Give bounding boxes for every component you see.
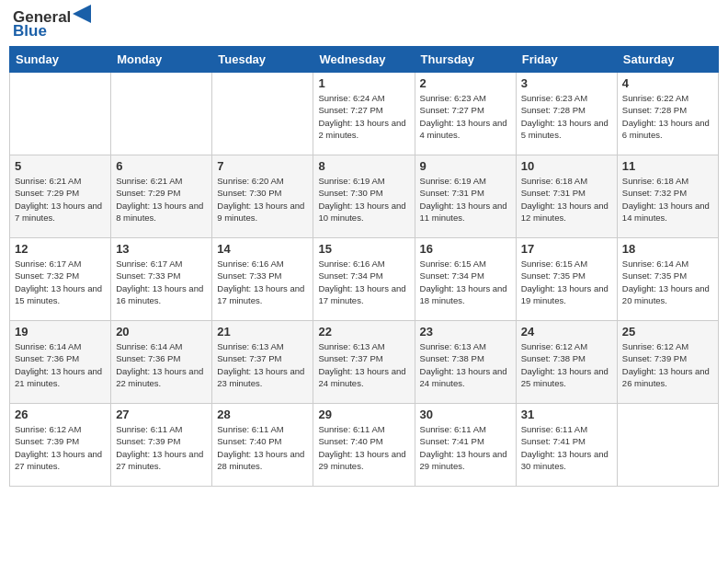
day-cell: 31Sunrise: 6:11 AMSunset: 7:41 PMDayligh… [516, 404, 617, 487]
day-cell: 8Sunrise: 6:19 AMSunset: 7:30 PMDaylight… [313, 155, 415, 238]
day-number: 23 [420, 325, 511, 339]
day-info: Sunrise: 6:12 AMSunset: 7:39 PMDaylight:… [622, 340, 713, 389]
day-number: 16 [420, 242, 511, 256]
day-number: 31 [521, 408, 612, 421]
day-info: Sunrise: 6:15 AMSunset: 7:35 PMDaylight:… [521, 258, 612, 306]
day-cell: 10Sunrise: 6:18 AMSunset: 7:31 PMDayligh… [516, 155, 617, 238]
day-info: Sunrise: 6:13 AMSunset: 7:37 PMDaylight:… [318, 340, 409, 389]
day-info: Sunrise: 6:14 AMSunset: 7:36 PMDaylight:… [116, 340, 207, 389]
day-info: Sunrise: 6:11 AMSunset: 7:41 PMDaylight:… [420, 423, 511, 472]
calendar-table: SundayMondayTuesdayWednesdayThursdayFrid… [9, 46, 719, 487]
day-cell: 18Sunrise: 6:14 AMSunset: 7:35 PMDayligh… [617, 238, 718, 321]
day-header-tuesday: Tuesday [212, 47, 313, 73]
day-cell: 21Sunrise: 6:13 AMSunset: 7:37 PMDayligh… [212, 321, 313, 404]
day-number: 28 [217, 408, 308, 421]
day-number: 4 [622, 76, 713, 90]
day-cell: 13Sunrise: 6:17 AMSunset: 7:33 PMDayligh… [111, 238, 212, 321]
day-cell: 12Sunrise: 6:17 AMSunset: 7:32 PMDayligh… [10, 238, 111, 321]
day-info: Sunrise: 6:19 AMSunset: 7:31 PMDaylight:… [420, 175, 511, 224]
day-cell: 20Sunrise: 6:14 AMSunset: 7:36 PMDayligh… [111, 321, 212, 404]
day-header-monday: Monday [111, 47, 212, 73]
day-cell: 23Sunrise: 6:13 AMSunset: 7:38 PMDayligh… [415, 321, 516, 404]
svg-marker-0 [73, 5, 91, 23]
day-info: Sunrise: 6:14 AMSunset: 7:35 PMDaylight:… [622, 258, 713, 306]
day-cell: 14Sunrise: 6:16 AMSunset: 7:33 PMDayligh… [212, 238, 313, 321]
day-number: 18 [622, 242, 713, 256]
day-number: 6 [116, 159, 207, 173]
day-info: Sunrise: 6:17 AMSunset: 7:32 PMDaylight:… [15, 258, 106, 306]
day-number: 10 [521, 159, 612, 173]
day-cell: 9Sunrise: 6:19 AMSunset: 7:31 PMDaylight… [415, 155, 516, 238]
day-header-wednesday: Wednesday [313, 47, 415, 73]
day-cell [617, 404, 718, 487]
day-info: Sunrise: 6:11 AMSunset: 7:39 PMDaylight:… [116, 423, 207, 472]
week-row-4: 19Sunrise: 6:14 AMSunset: 7:36 PMDayligh… [10, 321, 719, 404]
day-number: 13 [116, 242, 207, 256]
day-info: Sunrise: 6:23 AMSunset: 7:28 PMDaylight:… [521, 92, 612, 141]
day-headers-row: SundayMondayTuesdayWednesdayThursdayFrid… [10, 47, 719, 73]
day-cell [10, 73, 111, 155]
day-cell: 22Sunrise: 6:13 AMSunset: 7:37 PMDayligh… [313, 321, 415, 404]
day-info: Sunrise: 6:16 AMSunset: 7:34 PMDaylight:… [318, 258, 409, 306]
week-row-5: 26Sunrise: 6:12 AMSunset: 7:39 PMDayligh… [10, 404, 719, 487]
day-info: Sunrise: 6:22 AMSunset: 7:28 PMDaylight:… [622, 92, 713, 141]
week-row-3: 12Sunrise: 6:17 AMSunset: 7:32 PMDayligh… [10, 238, 719, 321]
day-cell: 17Sunrise: 6:15 AMSunset: 7:35 PMDayligh… [516, 238, 617, 321]
day-cell: 11Sunrise: 6:18 AMSunset: 7:32 PMDayligh… [617, 155, 718, 238]
day-cell: 26Sunrise: 6:12 AMSunset: 7:39 PMDayligh… [10, 404, 111, 487]
logo-graphic: General Blue [13, 9, 91, 39]
day-info: Sunrise: 6:21 AMSunset: 7:29 PMDaylight:… [15, 175, 106, 224]
week-row-2: 5Sunrise: 6:21 AMSunset: 7:29 PMDaylight… [10, 155, 719, 238]
day-cell: 28Sunrise: 6:11 AMSunset: 7:40 PMDayligh… [212, 404, 313, 487]
day-info: Sunrise: 6:18 AMSunset: 7:32 PMDaylight:… [622, 175, 713, 224]
week-row-1: 1Sunrise: 6:24 AMSunset: 7:27 PMDaylight… [10, 73, 719, 155]
day-number: 3 [521, 76, 612, 90]
day-info: Sunrise: 6:16 AMSunset: 7:33 PMDaylight:… [217, 258, 308, 306]
day-info: Sunrise: 6:17 AMSunset: 7:33 PMDaylight:… [116, 258, 207, 306]
day-number: 1 [318, 76, 409, 90]
day-number: 22 [318, 325, 409, 339]
day-number: 30 [420, 408, 511, 421]
day-number: 29 [318, 408, 409, 421]
day-info: Sunrise: 6:12 AMSunset: 7:39 PMDaylight:… [15, 423, 106, 472]
logo: General Blue [13, 9, 91, 39]
day-cell: 19Sunrise: 6:14 AMSunset: 7:36 PMDayligh… [10, 321, 111, 404]
day-cell: 2Sunrise: 6:23 AMSunset: 7:27 PMDaylight… [415, 73, 516, 155]
day-number: 19 [15, 325, 106, 339]
day-cell: 29Sunrise: 6:11 AMSunset: 7:40 PMDayligh… [313, 404, 415, 487]
day-header-friday: Friday [516, 47, 617, 73]
day-cell: 3Sunrise: 6:23 AMSunset: 7:28 PMDaylight… [516, 73, 617, 155]
day-number: 12 [15, 242, 106, 256]
day-cell: 15Sunrise: 6:16 AMSunset: 7:34 PMDayligh… [313, 238, 415, 321]
day-number: 27 [116, 408, 207, 421]
day-info: Sunrise: 6:23 AMSunset: 7:27 PMDaylight:… [420, 92, 511, 141]
day-info: Sunrise: 6:19 AMSunset: 7:30 PMDaylight:… [318, 175, 409, 224]
day-info: Sunrise: 6:12 AMSunset: 7:38 PMDaylight:… [521, 340, 612, 389]
day-header-sunday: Sunday [10, 47, 111, 73]
day-info: Sunrise: 6:13 AMSunset: 7:38 PMDaylight:… [420, 340, 511, 389]
day-cell [111, 73, 212, 155]
day-cell: 6Sunrise: 6:21 AMSunset: 7:29 PMDaylight… [111, 155, 212, 238]
day-cell: 5Sunrise: 6:21 AMSunset: 7:29 PMDaylight… [10, 155, 111, 238]
day-number: 26 [15, 408, 106, 421]
day-info: Sunrise: 6:14 AMSunset: 7:36 PMDaylight:… [15, 340, 106, 389]
day-cell [212, 73, 313, 155]
day-info: Sunrise: 6:11 AMSunset: 7:41 PMDaylight:… [521, 423, 612, 472]
day-number: 8 [318, 159, 409, 173]
day-info: Sunrise: 6:21 AMSunset: 7:29 PMDaylight:… [116, 175, 207, 224]
day-number: 20 [116, 325, 207, 339]
day-number: 14 [217, 242, 308, 256]
day-number: 2 [420, 76, 511, 90]
day-cell: 1Sunrise: 6:24 AMSunset: 7:27 PMDaylight… [313, 73, 415, 155]
day-info: Sunrise: 6:18 AMSunset: 7:31 PMDaylight:… [521, 175, 612, 224]
day-number: 25 [622, 325, 713, 339]
day-cell: 24Sunrise: 6:12 AMSunset: 7:38 PMDayligh… [516, 321, 617, 404]
day-info: Sunrise: 6:11 AMSunset: 7:40 PMDaylight:… [217, 423, 308, 472]
day-info: Sunrise: 6:11 AMSunset: 7:40 PMDaylight:… [318, 423, 409, 472]
day-number: 11 [622, 159, 713, 173]
day-number: 7 [217, 159, 308, 173]
day-number: 21 [217, 325, 308, 339]
day-info: Sunrise: 6:15 AMSunset: 7:34 PMDaylight:… [420, 258, 511, 306]
day-cell: 7Sunrise: 6:20 AMSunset: 7:30 PMDaylight… [212, 155, 313, 238]
day-number: 9 [420, 159, 511, 173]
